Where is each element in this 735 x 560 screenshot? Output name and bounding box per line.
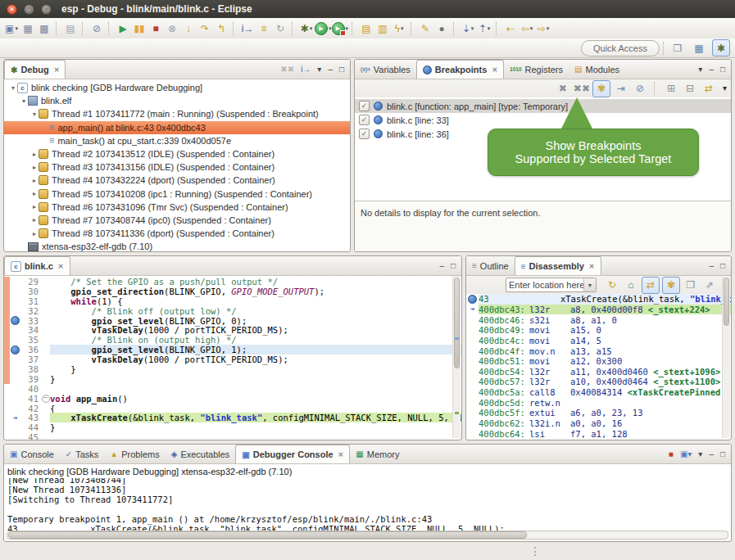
expander-closed-icon[interactable]: ▸	[30, 203, 39, 210]
forward-icon[interactable]: ⇨▾	[535, 20, 551, 36]
tab-tasks[interactable]: ✓Tasks	[60, 445, 105, 463]
display-selected-console-icon[interactable]: ▣▾	[680, 450, 692, 458]
expander-closed-icon[interactable]: ▸	[30, 230, 39, 237]
tab-variables[interactable]: (x)=Variables	[355, 60, 416, 79]
debug-tree-row[interactable]: ▸Thread #8 1073411336 (dport) (Suspended…	[4, 227, 350, 240]
tab-problems[interactable]: ▲Problems	[104, 445, 165, 463]
new-view-icon[interactable]: ❒	[683, 278, 699, 293]
step-return-icon[interactable]: ↰	[213, 20, 229, 36]
tab-breakpoints[interactable]: Breakpoints✕	[416, 60, 504, 79]
disconnect-icon[interactable]: ⊗	[164, 20, 180, 36]
instruction-stepping-icon[interactable]: i→	[239, 20, 256, 36]
window-close-button[interactable]: ✕	[7, 4, 17, 15]
terminate-icon[interactable]: ■	[147, 20, 164, 36]
debug-tree-row[interactable]: ▸Thread #3 1073413156 (IDLE) (Suspended …	[4, 160, 350, 174]
tab-outline[interactable]: ≡Outline	[466, 256, 515, 275]
tab-executables[interactable]: ◈Executables	[166, 445, 236, 463]
goto-file-for-breakpoint-icon[interactable]: ⇥	[613, 81, 629, 97]
new-wizard-icon[interactable]: ▣▾	[3, 20, 20, 36]
breakpoint-row[interactable]: ✓blink.c [function: app_main] [type: Tem…	[355, 99, 731, 113]
terminate-console-icon[interactable]: ■	[669, 450, 674, 458]
expander-open-icon[interactable]: ▾	[20, 97, 28, 105]
quick-access-button[interactable]: Quick Access	[581, 40, 660, 56]
breakpoint-gutter[interactable]	[10, 345, 20, 355]
breakpoint-gutter[interactable]	[10, 316, 20, 325]
breakpoint-checkbox[interactable]: ✓	[359, 129, 370, 139]
debug-perspective-icon[interactable]: ✱	[712, 39, 730, 56]
refresh-view-icon[interactable]: ↻	[604, 278, 620, 293]
remove-breakpoint-icon[interactable]: ✖	[555, 81, 571, 97]
external-tools-icon[interactable]: ▶▾	[332, 20, 349, 36]
expander-open-icon[interactable]: ▾	[9, 84, 17, 92]
open-project-icon[interactable]: ▤	[358, 20, 374, 36]
tab-debugger-console[interactable]: ▣Debugger Console✕	[235, 445, 350, 463]
tab-disassembly[interactable]: ≡Disassembly✕	[515, 256, 601, 275]
breakpoint-checkbox[interactable]: ✓	[359, 115, 370, 125]
debug-tree-row[interactable]: ▸Thread #6 1073431096 (Tmr Svc) (Suspend…	[4, 201, 350, 214]
disassembly-content[interactable]: 43 xTaskCreate(&blink_task, "blink_tas➔4…	[466, 294, 731, 440]
fold-gutter[interactable]: −	[41, 395, 50, 403]
editor-scrollbar[interactable]	[452, 276, 461, 438]
console-content[interactable]: blink checking [GDB Hardware Debugging] …	[4, 464, 731, 534]
expander-open-icon[interactable]: ▾	[30, 111, 39, 118]
view-menu-icon[interactable]: ▾	[723, 84, 727, 93]
debug-tree-row[interactable]: ▸Thread #2 1073413512 (IDLE) (Suspended …	[4, 147, 350, 160]
resume-icon[interactable]: ▶	[115, 20, 131, 36]
show-supported-breakpoints-icon[interactable]: ✾	[592, 80, 610, 97]
collapse-all-icon[interactable]: ⊟	[682, 81, 698, 97]
tab-console[interactable]: ▣Console	[4, 445, 60, 463]
debug-tree-row[interactable]: ▸Thread #4 1073432224 (dport) (Suspended…	[4, 174, 350, 187]
step-into-icon[interactable]: ↓	[180, 20, 197, 36]
search-icon[interactable]: ●	[433, 20, 450, 36]
close-tab-icon[interactable]: ✕	[492, 66, 497, 74]
step-over-icon[interactable]: ↷	[197, 20, 213, 36]
open-folder-icon[interactable]: ▥	[374, 20, 391, 36]
save-icon[interactable]: ▦	[20, 20, 36, 36]
console-hscrollbar[interactable]	[7, 531, 728, 540]
expander-closed-icon[interactable]: ▸	[30, 151, 39, 158]
window-maximize-button[interactable]: ▢	[41, 4, 52, 15]
breakpoint-checkbox[interactable]: ✓	[359, 101, 370, 111]
expander-closed-icon[interactable]: ▸	[30, 190, 39, 197]
previous-annotation-icon[interactable]: ⇡▾	[476, 20, 492, 36]
link-with-debug-view-icon[interactable]: ⇄	[701, 81, 717, 97]
tab-blink.c[interactable]: cblink.c✕	[4, 256, 70, 275]
maximize-view-icon[interactable]: □	[720, 262, 725, 270]
close-tab-icon[interactable]: ✕	[338, 451, 344, 458]
statusbar-grip[interactable]	[534, 547, 539, 556]
back-icon[interactable]: ⇦▾	[519, 20, 535, 36]
minimize-view-icon[interactable]: ‒	[439, 262, 444, 270]
home-icon[interactable]: ⌂	[623, 278, 639, 293]
editor-content[interactable]: 29 /* Set the GPIO as a push/pull output…	[4, 276, 461, 440]
open-perspective-icon[interactable]: ❒	[669, 40, 686, 56]
expander-closed-icon[interactable]: ▸	[30, 216, 39, 224]
breakpoint-row[interactable]: ✓blink.c [line: 33]	[355, 113, 731, 127]
view-menu-icon[interactable]: ▾	[698, 450, 702, 458]
save-all-icon[interactable]: ▩	[36, 20, 52, 36]
location-combo[interactable]: Enter location here ▼	[506, 278, 597, 292]
binary-icon[interactable]: ▤	[62, 20, 79, 36]
pencil-icon[interactable]: ✎	[417, 20, 433, 36]
skip-all-breakpoints-toggle-icon[interactable]: ⊘	[632, 81, 648, 97]
remove-all-terminated-icon[interactable]: ✖✖	[280, 65, 294, 74]
maximize-view-icon[interactable]: □	[720, 450, 725, 458]
location-input[interactable]: Enter location here	[506, 280, 583, 290]
show-cores-icon[interactable]: ≡	[256, 20, 272, 36]
remove-all-breakpoints-icon[interactable]: ✖✖	[574, 81, 590, 97]
minimize-view-icon[interactable]: ‒	[709, 262, 714, 270]
instruction-stepping-toggle-icon[interactable]: i→	[301, 65, 311, 74]
close-tab-icon[interactable]: ✕	[54, 66, 60, 74]
flash-icon[interactable]: ϟ▾	[391, 20, 407, 36]
expander-closed-icon[interactable]: ▸	[30, 177, 39, 184]
disassembly-scrollbar[interactable]	[722, 276, 730, 438]
view-menu-icon[interactable]: ▾	[698, 65, 702, 74]
tab-memory[interactable]: ▦Memory	[350, 445, 405, 463]
suspend-icon[interactable]: ▮▮	[131, 20, 147, 36]
last-edit-location-icon[interactable]: ⇠	[502, 20, 519, 36]
minimize-view-icon[interactable]: ‒	[709, 65, 714, 74]
tab-modules[interactable]: ▤Modules	[569, 60, 625, 79]
tab-debug[interactable]: ✱Debug✕	[4, 60, 66, 79]
minimize-view-icon[interactable]: ‒	[328, 65, 333, 74]
debug-tree-row[interactable]: xtensa-esp32-elf-gdb (7.10)	[4, 240, 350, 252]
debug-tree-row[interactable]: ▾Thread #1 1073411772 (main : Running) (…	[4, 107, 350, 120]
